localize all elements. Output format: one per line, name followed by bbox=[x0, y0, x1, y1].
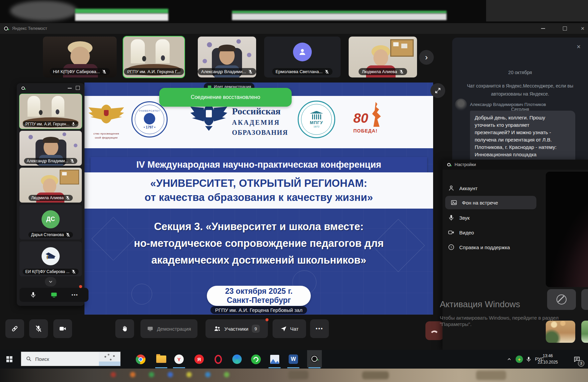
participants-count-badge: 9 bbox=[252, 325, 260, 333]
chat-message-bubble[interactable]: Добрый день, коллеги. Прошу уточнить кто… bbox=[470, 111, 575, 160]
taskbar-icon-whatsapp[interactable] bbox=[251, 354, 261, 364]
chat-button[interactable]: Чат bbox=[273, 319, 306, 338]
participant-tile[interactable]: НИ К(П)ФУ Сабирова... bbox=[43, 37, 117, 77]
tray-date: 23.10.2025 bbox=[538, 359, 558, 366]
background-blur-bottom bbox=[0, 369, 588, 382]
background-none-option[interactable] bbox=[581, 289, 588, 310]
minimize-button[interactable] bbox=[535, 23, 551, 34]
mic-muted-icon bbox=[248, 69, 253, 74]
participants-button[interactable]: Участники 9 bbox=[205, 319, 268, 338]
participant-name: Дарья Степанова bbox=[31, 232, 64, 237]
participant-tile-active-speaker[interactable]: РГПУ им. А.И. Герцена Г... bbox=[123, 37, 184, 77]
screen-share-button[interactable] bbox=[50, 291, 58, 298]
pip-minimize-button[interactable] bbox=[68, 88, 72, 89]
next-participants-button[interactable]: › bbox=[419, 50, 434, 65]
blur-blob bbox=[75, 9, 168, 13]
taskbar-icon-word[interactable]: W bbox=[288, 354, 298, 364]
more-button[interactable]: ••• bbox=[72, 292, 78, 297]
background-photo-option[interactable] bbox=[546, 321, 575, 343]
taskbar-icon-photos[interactable] bbox=[270, 354, 280, 364]
pip-participant-tile[interactable]: ДС Дарья Степанова bbox=[19, 205, 82, 239]
participants-icon bbox=[214, 325, 221, 332]
taskbar-icon-telemost-active[interactable] bbox=[307, 350, 322, 368]
mic-button-muted[interactable] bbox=[29, 319, 48, 338]
running-indicator bbox=[308, 367, 320, 368]
expand-icon bbox=[434, 87, 441, 94]
taskbar-icon-edge[interactable] bbox=[232, 354, 242, 364]
expand-presentation-button[interactable] bbox=[430, 83, 445, 98]
chat-sender-name: Александр Владимирович Плотников bbox=[470, 102, 546, 107]
help-icon bbox=[448, 244, 455, 251]
maximize-button[interactable] bbox=[557, 23, 573, 34]
settings-item-account[interactable]: Аккаунт bbox=[448, 183, 477, 193]
camera-icon bbox=[59, 325, 66, 332]
no-background-icon bbox=[556, 294, 567, 305]
taskbar-search[interactable]: Поиск bbox=[21, 351, 121, 366]
settings-item-help[interactable]: Справка и поддержка bbox=[448, 242, 510, 252]
camera-button[interactable] bbox=[53, 319, 72, 338]
mic-button[interactable] bbox=[30, 291, 37, 298]
hand-icon bbox=[121, 325, 128, 332]
pobeda-80-logo: 80 ПОБЕДА! bbox=[353, 102, 386, 139]
participant-name: РГПУ им. А.И. Герцена Г... bbox=[127, 69, 181, 74]
shared-presentation: ство просвещения ской федерации УНИВЕРСИ… bbox=[84, 83, 433, 315]
avatar-initials: ДС bbox=[46, 216, 55, 223]
settings-item-sound[interactable]: Звук bbox=[448, 213, 470, 223]
taskbar-icon-opera[interactable] bbox=[213, 354, 223, 364]
settings-item-background[interactable]: Фон на встрече bbox=[451, 198, 498, 208]
tray-clock[interactable]: 13:46 23.10.2025 bbox=[538, 353, 558, 366]
pip-window[interactable]: РГПУ им. А.И. Герцен... Александр Владим… bbox=[17, 83, 84, 306]
participant-tile[interactable]: Александр Владими... bbox=[198, 37, 256, 77]
close-button[interactable]: × bbox=[575, 23, 588, 34]
pip-participant-tile[interactable]: Людмила Алиева bbox=[19, 168, 82, 203]
mic-on-icon bbox=[71, 122, 76, 126]
video-camera-icon bbox=[448, 229, 455, 236]
participants-notification-dot bbox=[266, 318, 269, 321]
taskbar-icon-yandex-browser[interactable]: Y bbox=[174, 354, 184, 364]
connection-restored-toast: Соединение восстановлено bbox=[159, 88, 292, 107]
blur-blob bbox=[75, 13, 168, 21]
mic-muted-icon bbox=[65, 196, 70, 200]
pip-participant-tile[interactable]: ЕИ К(П)ФУ Сабирова ... bbox=[19, 241, 82, 276]
screen: Яндекс Телемост × НИ К(П)ФУ Сабирова... bbox=[0, 0, 588, 382]
background-photo-option[interactable] bbox=[581, 321, 588, 343]
blur-blob bbox=[10, 1, 77, 21]
mic-muted-icon bbox=[71, 269, 76, 274]
participant-name: Ермолаева Светлана... bbox=[276, 69, 322, 74]
notification-count-badge: 3 bbox=[578, 360, 584, 367]
pip-participant-tile[interactable]: Александр Владими... bbox=[19, 131, 82, 166]
screen-share-icon bbox=[147, 325, 154, 332]
slide-date-pill: 23 октября 2025 г. Санкт-Петербург bbox=[207, 286, 311, 306]
settings-item-video[interactable]: Видео bbox=[448, 227, 474, 237]
raise-hand-button[interactable] bbox=[115, 319, 134, 338]
copy-link-button[interactable] bbox=[5, 319, 24, 338]
share-screen-button[interactable]: Демонстрация bbox=[140, 319, 197, 338]
start-button[interactable] bbox=[0, 350, 19, 369]
pip-toolbar: ••• bbox=[19, 288, 89, 302]
chat-close-button[interactable]: × bbox=[577, 43, 581, 51]
tray-chevron-up[interactable] bbox=[504, 354, 514, 364]
taskbar-icon-yandex[interactable]: Я bbox=[194, 354, 204, 364]
pip-participant-tile-active[interactable]: РГПУ им. А.И. Герцен... bbox=[19, 94, 82, 129]
mic-muted-icon bbox=[65, 232, 70, 237]
section-line3: академических достижений школьников» bbox=[84, 254, 433, 266]
pip-maximize-button[interactable] bbox=[76, 86, 80, 90]
taskbar-icon-explorer[interactable] bbox=[156, 354, 166, 364]
tray-mic-icon[interactable] bbox=[524, 354, 534, 364]
participant-tile[interactable]: Людмила Алиева bbox=[349, 37, 417, 77]
search-decoration-image bbox=[99, 352, 120, 366]
participant-name: НИ К(П)ФУ Сабирова... bbox=[53, 69, 100, 74]
herzen-university-seal: УНИВЕРСИТЕТ • 1797 • bbox=[131, 101, 168, 138]
background-none-option[interactable] bbox=[547, 289, 576, 310]
chat-notice-line1: Чат сохранится в Яндекс.Мессенджере, есл… bbox=[452, 83, 588, 89]
pip-collapse-button[interactable] bbox=[45, 277, 56, 286]
link-icon bbox=[11, 325, 18, 332]
blur-blob bbox=[486, 0, 588, 21]
taskbar-icon-chrome[interactable] bbox=[135, 354, 145, 364]
tray-antivirus-icon[interactable]: + bbox=[514, 354, 524, 364]
leave-call-button[interactable] bbox=[425, 321, 444, 340]
sound-mic-icon bbox=[448, 214, 455, 221]
more-button[interactable]: ••• bbox=[310, 319, 329, 338]
settings-title: Настройки bbox=[455, 162, 476, 167]
participant-tile[interactable]: Ермолаева Светлана... bbox=[264, 37, 341, 77]
